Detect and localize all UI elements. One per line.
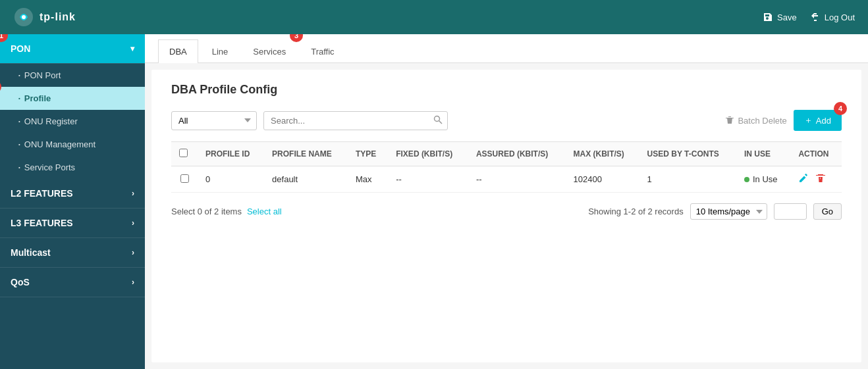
sidebar-section-multicast: Multicast › [0,238,145,268]
save-button[interactable]: Save [763,12,797,22]
cell-profile-id: 0 [198,166,264,193]
toolbar-left: All [171,111,448,130]
tab-services[interactable]: Services [242,39,297,63]
dot-icon: • [18,164,20,170]
navbar-actions: Save Log Out [763,12,855,22]
search-input-wrap [263,111,448,130]
col-fixed: FIXED (KBIT/S) [388,142,468,166]
select-all-checkbox-col [171,142,198,166]
col-max: MAX (KBIT/S) [565,142,639,166]
toolbar-right: Batch Delete 4 ＋ Add [725,110,842,131]
add-button[interactable]: ＋ Add [794,110,842,131]
svg-point-1 [22,15,26,19]
table-row: 0 default Max -- -- 102400 1 In Use [171,166,842,193]
sidebar-section-l2: L2 FEATURES › [0,179,145,209]
cell-profile-name: default [264,166,348,193]
cell-in-use: In Use [736,166,791,193]
sidebar-item-pon-port[interactable]: • PON Port [0,64,145,87]
logo-icon [13,7,34,28]
col-action: ACTION [790,142,842,166]
page-number-input[interactable] [774,203,807,220]
row-checkbox-cell [171,166,198,193]
showing-records: Showing 1-2 of 2 records [588,207,684,216]
dot-icon: • [18,141,20,147]
batch-delete-button[interactable]: Batch Delete [725,116,786,126]
content-area: 3 DBA Line Services Traffic DBA Profile … [145,34,868,369]
sidebar-item-onu-register[interactable]: • ONU Register [0,110,145,133]
svg-line-3 [439,120,443,124]
col-profile-id: PROFILE ID [198,142,264,166]
chevron-down-icon: ▾ [130,44,134,53]
go-button[interactable]: Go [813,203,842,220]
svg-point-2 [435,116,440,121]
sidebar-item-l3[interactable]: L3 FEATURES › [0,209,145,237]
save-icon [763,12,773,22]
cell-type: Max [348,166,388,193]
filter-select[interactable]: All [171,111,257,130]
in-use-badge: In Use [744,174,783,184]
page-content: DBA Profile Config All [151,70,861,362]
table-header-row: PROFILE ID PROFILE NAME TYPE FIXED (KBIT… [171,142,842,166]
sidebar-item-pon[interactable]: PON ▾ [0,34,145,63]
logo: tp-link [13,7,76,28]
logout-icon [810,12,821,22]
row-checkbox[interactable] [180,174,189,183]
sidebar-subitems: • PON Port • Profile 2 • ONU Register • … [0,64,145,179]
select-all-link[interactable]: Select all [247,207,282,216]
sidebar-item-qos[interactable]: QoS › [0,268,145,297]
data-table: PROFILE ID PROFILE NAME TYPE FIXED (KBIT… [171,141,842,193]
annotation-badge-4: 4 [834,102,847,115]
logo-text: tp-link [40,11,76,23]
cell-used-by: 1 [639,166,736,193]
select-all-checkbox[interactable] [179,149,188,157]
in-use-dot-icon [744,177,749,182]
cell-fixed: -- [388,166,468,193]
sidebar-item-multicast[interactable]: Multicast › [0,238,145,267]
sidebar: PON ▾ 1 • PON Port • Profile 2 • ONU Reg… [0,34,145,369]
col-used-by: USED BY T-CONTS [639,142,736,166]
sidebar-section-qos: QoS › [0,268,145,297]
sidebar-section-l3: L3 FEATURES › [0,209,145,238]
pagination-right: Showing 1-2 of 2 records 10 Items/page 2… [588,203,842,220]
delete-icon[interactable] [815,173,826,185]
main-layout: PON ▾ 1 • PON Port • Profile 2 • ONU Reg… [0,34,868,369]
cell-action [790,166,842,193]
search-input[interactable] [263,111,448,130]
sidebar-section-pon: PON ▾ 1 [0,34,145,64]
dot-icon: • [18,72,20,78]
pagination-row: Select 0 of 2 items Select all Showing 1… [171,203,842,220]
plus-icon: ＋ [804,114,813,126]
toolbar-row: All [171,110,842,131]
navbar: tp-link Save Log Out [0,0,868,34]
tab-dba[interactable]: DBA [158,39,198,63]
col-assured: ASSURED (KBIT/S) [468,142,566,166]
sidebar-item-l2[interactable]: L2 FEATURES › [0,179,145,208]
tab-line[interactable]: Line [201,39,240,63]
dot-icon: • [18,118,20,124]
tab-traffic[interactable]: Traffic [300,39,345,63]
trash-icon [725,116,734,125]
search-icon [433,115,443,126]
chevron-right-icon: › [132,248,134,257]
action-icons [798,173,834,185]
col-type: TYPE [348,142,388,166]
items-per-page-select[interactable]: 10 Items/page 20 Items/page 50 Items/pag… [690,203,767,220]
pagination-left: Select 0 of 2 items Select all [171,207,282,216]
sidebar-item-profile[interactable]: • Profile 2 [0,87,145,110]
dot-icon: • [18,95,20,101]
sidebar-item-service-ports[interactable]: • Service Ports [0,156,145,179]
cell-assured: -- [468,166,566,193]
cell-max: 102400 [565,166,639,193]
logout-button[interactable]: Log Out [810,12,855,22]
edit-icon[interactable] [798,173,809,185]
col-in-use: IN USE [736,142,791,166]
chevron-right-icon: › [132,218,134,228]
col-profile-name: PROFILE NAME [264,142,348,166]
chevron-right-icon: › [132,189,134,198]
select-count: Select 0 of 2 items [171,207,242,216]
page-title: DBA Profile Config [171,83,842,97]
tabs-bar: 3 DBA Line Services Traffic [145,34,868,63]
chevron-right-icon: › [132,278,134,287]
sidebar-item-onu-management[interactable]: • ONU Management [0,133,145,156]
